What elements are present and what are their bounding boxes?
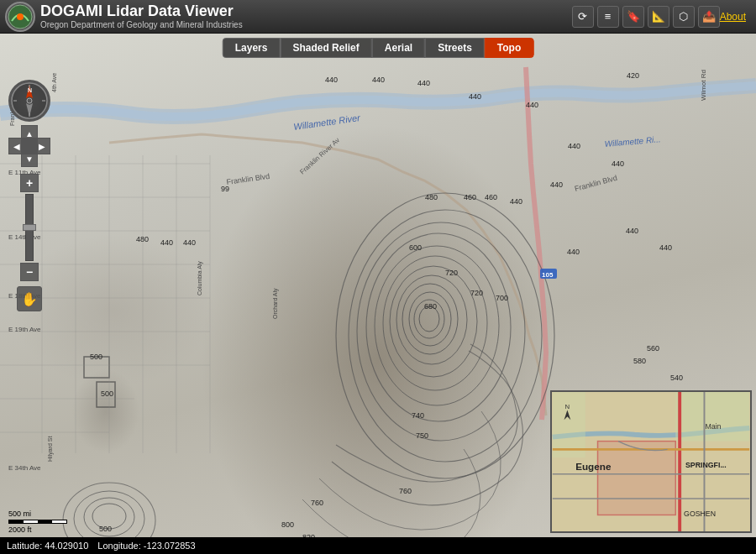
latitude-label: Latitude: bbox=[7, 541, 42, 551]
svg-rect-104 bbox=[598, 442, 676, 515]
status-bar: Latitude: 44.029010 Longitude: -123.0728… bbox=[0, 537, 756, 554]
layer-btn-streets[interactable]: Streets bbox=[425, 38, 485, 58]
zoom-handle[interactable] bbox=[23, 224, 36, 231]
svg-point-8 bbox=[390, 266, 477, 377]
svg-text:440: 440 bbox=[372, 76, 385, 84]
svg-text:N: N bbox=[28, 87, 32, 93]
svg-text:700: 700 bbox=[496, 294, 508, 302]
svg-text:460: 460 bbox=[464, 193, 476, 201]
map-area[interactable]: 480 440 440 99 440 440 440 440 420 440 4… bbox=[0, 34, 756, 537]
svg-text:440: 440 bbox=[567, 248, 580, 256]
scale-bar: 500 mi 2000 ft bbox=[8, 510, 67, 534]
svg-text:440: 440 bbox=[526, 101, 538, 109]
svg-point-3 bbox=[349, 210, 542, 462]
about-button[interactable]: About bbox=[720, 11, 746, 23]
zoom-out-button[interactable]: − bbox=[20, 263, 39, 281]
coordinates: Latitude: 44.029010 Longitude: -123.0728… bbox=[7, 541, 196, 551]
list-icon[interactable]: ≡ bbox=[597, 6, 619, 28]
nav-controls: N ▲ ▼ ◀ ▶ + − ✋ bbox=[8, 80, 50, 311]
svg-text:440: 440 bbox=[325, 76, 338, 84]
svg-point-6 bbox=[375, 246, 499, 405]
app-title: DOGAMI Lidar Data Viewer bbox=[40, 3, 555, 20]
layer-btn-layers[interactable]: Layers bbox=[223, 38, 281, 58]
svg-text:760: 760 bbox=[311, 499, 323, 507]
svg-text:440: 440 bbox=[568, 142, 580, 150]
svg-text:480: 480 bbox=[136, 235, 149, 243]
svg-text:500: 500 bbox=[101, 389, 113, 398]
zoom-track[interactable] bbox=[25, 194, 34, 261]
layer-btn-topo[interactable]: Topo bbox=[485, 38, 533, 58]
app-container: DOGAMI Lidar Data Viewer Oregon Departme… bbox=[0, 0, 756, 554]
svg-point-1 bbox=[17, 13, 24, 20]
svg-text:440: 440 bbox=[510, 197, 522, 206]
longitude-label: Longitude: bbox=[97, 541, 140, 551]
svg-text:Willamette River: Willamette River bbox=[293, 112, 362, 132]
svg-text:440: 440 bbox=[469, 92, 481, 101]
svg-point-7 bbox=[383, 256, 487, 390]
bookmark-icon[interactable]: 🔖 bbox=[622, 6, 644, 28]
svg-text:Franklin Blvd: Franklin Blvd bbox=[226, 172, 270, 186]
share-icon[interactable]: 📤 bbox=[698, 6, 720, 28]
svg-text:E 19th Ave: E 19th Ave bbox=[8, 326, 41, 333]
svg-text:105: 105 bbox=[542, 271, 554, 279]
svg-text:Orchard Aly: Orchard Aly bbox=[272, 288, 279, 319]
pan-center-button[interactable] bbox=[21, 138, 38, 154]
svg-text:750: 750 bbox=[416, 431, 428, 440]
svg-point-2 bbox=[336, 193, 554, 478]
svg-text:600: 600 bbox=[409, 243, 422, 252]
mini-map[interactable]: Eugene SPRINGFI... GOSHEN Main N bbox=[550, 390, 752, 533]
compass-rose[interactable]: N bbox=[8, 80, 50, 122]
svg-text:460: 460 bbox=[485, 193, 497, 201]
svg-text:800: 800 bbox=[281, 520, 294, 529]
svg-text:Columbia Aly: Columbia Aly bbox=[197, 261, 203, 295]
svg-text:Main: Main bbox=[705, 422, 721, 431]
svg-text:420: 420 bbox=[627, 71, 639, 80]
zoom-controls: + − bbox=[20, 174, 39, 281]
svg-text:SPRINGFI...: SPRINGFI... bbox=[685, 461, 727, 469]
hand-pan-tool[interactable]: ✋ bbox=[17, 286, 42, 311]
longitude-value: -123.072853 bbox=[144, 541, 196, 551]
app-subtitle: Oregon Department of Geology and Mineral… bbox=[40, 20, 555, 29]
svg-text:720: 720 bbox=[445, 269, 458, 277]
svg-text:540: 540 bbox=[670, 374, 683, 382]
svg-text:E 34th Ave: E 34th Ave bbox=[8, 464, 41, 472]
svg-text:N: N bbox=[564, 403, 570, 410]
svg-text:480: 480 bbox=[425, 193, 438, 201]
svg-point-9 bbox=[396, 275, 467, 364]
svg-text:Franklin Blvd: Franklin Blvd bbox=[574, 174, 618, 193]
layer-btn-aerial[interactable]: Aerial bbox=[372, 38, 425, 58]
scale-label-mi: 500 mi bbox=[8, 510, 67, 518]
refresh-icon[interactable]: ⟳ bbox=[572, 6, 594, 28]
header: DOGAMI Lidar Data Viewer Oregon Departme… bbox=[0, 0, 756, 34]
scale-line: 500 mi 2000 ft bbox=[8, 510, 67, 534]
svg-text:Hilyard St: Hilyard St bbox=[47, 436, 54, 462]
svg-text:440: 440 bbox=[160, 238, 173, 247]
svg-text:560: 560 bbox=[647, 344, 659, 353]
svg-rect-102 bbox=[675, 392, 749, 442]
svg-text:440: 440 bbox=[659, 243, 672, 252]
header-title-block: DOGAMI Lidar Data Viewer Oregon Departme… bbox=[40, 3, 555, 29]
circle-icon[interactable]: ⬡ bbox=[673, 6, 695, 28]
svg-text:440: 440 bbox=[626, 227, 638, 235]
svg-text:680: 680 bbox=[424, 302, 437, 311]
latitude-value: 44.029010 bbox=[45, 541, 88, 551]
svg-text:720: 720 bbox=[470, 289, 483, 297]
svg-text:740: 740 bbox=[412, 411, 424, 420]
svg-text:Willamette Ri...: Willamette Ri... bbox=[604, 134, 661, 149]
scale-label-ft: 2000 ft bbox=[8, 525, 67, 534]
svg-text:580: 580 bbox=[633, 357, 646, 365]
svg-text:440: 440 bbox=[550, 180, 563, 189]
app-logo bbox=[5, 2, 35, 32]
svg-text:440: 440 bbox=[183, 238, 196, 247]
mini-map-content: Eugene SPRINGFI... GOSHEN Main N bbox=[552, 392, 750, 531]
layer-controls: LayersShaded ReliefAerialStreetsTopo bbox=[223, 38, 534, 58]
measure-icon[interactable]: 📐 bbox=[648, 6, 669, 28]
svg-point-5 bbox=[366, 233, 511, 421]
layer-btn-shaded-relief[interactable]: Shaded Relief bbox=[280, 38, 371, 58]
svg-text:440: 440 bbox=[417, 79, 430, 87]
svg-text:500: 500 bbox=[90, 353, 102, 361]
zoom-in-button[interactable]: + bbox=[20, 174, 39, 192]
svg-text:Wilmot Rd: Wilmot Rd bbox=[700, 70, 707, 101]
svg-text:500: 500 bbox=[99, 525, 112, 533]
svg-text:760: 760 bbox=[399, 487, 412, 495]
